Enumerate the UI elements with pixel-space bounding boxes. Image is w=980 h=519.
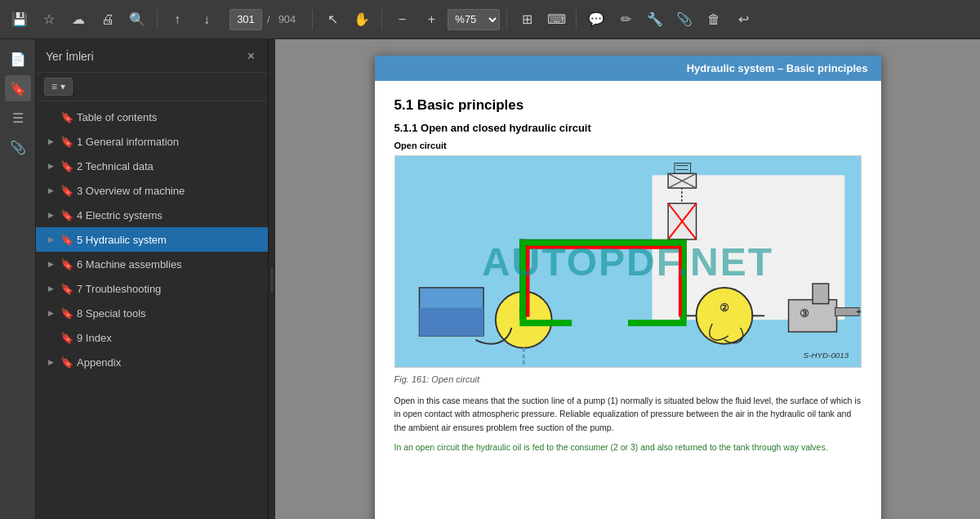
- pdf-paragraph-2: In an open circuit the hydraulic oil is …: [394, 441, 862, 454]
- bookmark-label-7: 7 Troubleshooting: [77, 283, 261, 295]
- zoom-out-button[interactable]: −: [389, 7, 415, 33]
- hydraulic-diagram: ① ②: [394, 155, 862, 368]
- sep2: [312, 10, 313, 29]
- bookmark-label-6: 6 Machine assemblies: [77, 258, 261, 271]
- print-button[interactable]: 🖨: [95, 7, 121, 33]
- sep4: [506, 10, 507, 29]
- pdf-page: Hydraulic system – Basic principles 5.1 …: [375, 56, 881, 519]
- page-down-button[interactable]: ↓: [194, 7, 220, 33]
- page-up-button[interactable]: ↑: [164, 7, 190, 33]
- sidebar-items-list: 🔖 Table of contents ▶ 🔖 1 General inform…: [36, 101, 268, 519]
- bookmark-icon-toc: 🔖: [60, 110, 74, 123]
- sidebar-header: Yer İmleri ×: [36, 39, 268, 73]
- attach-button[interactable]: 📎: [671, 7, 697, 33]
- bookmark-2[interactable]: ▶ 🔖 2 Technical data: [36, 154, 268, 178]
- expand-arrow-2: ▶: [44, 159, 57, 172]
- sidebar-toolbar: ≡ ▾: [36, 73, 268, 101]
- sidebar-close-button[interactable]: ×: [244, 47, 258, 65]
- sidebar-sort-button[interactable]: ≡ ▾: [44, 78, 73, 96]
- svg-rect-19: [519, 239, 526, 320]
- svg-rect-3: [419, 308, 483, 336]
- nav-panel-button[interactable]: 📄: [5, 46, 31, 72]
- pdf-viewer-area[interactable]: Hydraulic system – Basic principles 5.1 …: [275, 39, 980, 519]
- svg-rect-23: [628, 320, 687, 326]
- sep1: [157, 10, 158, 29]
- zoom-select[interactable]: %75 %100 %125 %150: [448, 9, 500, 30]
- svg-rect-9: [813, 284, 829, 304]
- pdf-paragraph-1: Open in this case means that the suction…: [394, 394, 862, 434]
- main-toolbar: 💾 ☆ ☁ 🖨 🔍 ↑ ↓ 301 / 904 ↖ ✋ − + %75 %100…: [0, 0, 980, 39]
- save-button[interactable]: 💾: [7, 7, 33, 33]
- fit-button[interactable]: ⊞: [514, 7, 540, 33]
- layers-panel-button[interactable]: ☰: [5, 105, 31, 131]
- attachment-panel-button[interactable]: 📎: [5, 134, 31, 160]
- bookmark-label-5: 5 Hydraulic system: [77, 234, 261, 246]
- bookmark-9[interactable]: 🔖 9 Index: [36, 325, 268, 350]
- svg-rect-26: [678, 246, 681, 316]
- fig-caption: Fig. 161: Open circuit: [394, 374, 862, 384]
- pdf-page-header: Hydraulic system – Basic principles: [375, 56, 881, 81]
- svg-rect-22: [519, 320, 572, 326]
- expand-arrow-1: ▶: [44, 135, 57, 148]
- bookmark-3[interactable]: ▶ 🔖 3 Overview of machine: [36, 178, 268, 203]
- tools-button[interactable]: 🔧: [642, 7, 668, 33]
- bookmark-8[interactable]: ▶ 🔖 8 Special tools: [36, 301, 268, 325]
- comment-button[interactable]: 💬: [583, 7, 609, 33]
- bookmark-6[interactable]: ▶ 🔖 6 Machine assemblies: [36, 252, 268, 276]
- zoom-in-button[interactable]: +: [418, 7, 444, 33]
- pdf-page-body: 5.1 Basic principles 5.1.1 Open and clos…: [375, 81, 881, 470]
- page-total: 904: [278, 13, 296, 25]
- svg-text:②: ②: [719, 302, 728, 314]
- cloud-button[interactable]: ☁: [65, 7, 91, 33]
- undo-button[interactable]: ↩: [730, 7, 756, 33]
- expand-arrow-7: ▶: [44, 282, 57, 295]
- search-button[interactable]: 🔍: [124, 7, 150, 33]
- svg-rect-10: [835, 308, 858, 316]
- svg-text:S-HYD-0013: S-HYD-0013: [803, 351, 849, 360]
- bookmark-icon-4: 🔖: [60, 208, 74, 221]
- main-area: 📄 🔖 ☰ 📎 Yer İmleri × ≡ ▾ 🔖 Table of cont…: [0, 39, 980, 519]
- expand-arrow-6: ▶: [44, 257, 57, 271]
- expand-placeholder-9: [44, 331, 57, 344]
- star-button[interactable]: ☆: [36, 7, 62, 33]
- bookmark-label-9: 9 Index: [77, 332, 261, 344]
- bookmark-label-1: 1 General information: [77, 136, 261, 148]
- sidebar-resize-handle[interactable]: [269, 39, 275, 519]
- bookmark-label-4: 4 Electric systems: [77, 209, 261, 221]
- expand-arrow-app: ▶: [44, 356, 57, 369]
- bookmark-icon-7: 🔖: [60, 282, 74, 295]
- bookmark-label-app: Appendix: [77, 356, 261, 369]
- cursor-tool-button[interactable]: ↖: [319, 7, 345, 33]
- expand-arrow-8: ▶: [44, 306, 57, 320]
- delete-button[interactable]: 🗑: [701, 7, 727, 33]
- page-nav: 301 / 904: [229, 9, 299, 30]
- svg-rect-25: [526, 246, 679, 249]
- bookmarks-sidebar: Yer İmleri × ≡ ▾ 🔖 Table of contents ▶ 🔖…: [36, 39, 269, 519]
- svg-point-6: [696, 288, 752, 344]
- sep5: [576, 10, 577, 29]
- page-input[interactable]: 301: [229, 9, 262, 30]
- draw-button[interactable]: ✏: [612, 7, 639, 33]
- bookmark-4[interactable]: ▶ 🔖 4 Electric systems: [36, 203, 268, 227]
- bookmark-app[interactable]: ▶ 🔖 Appendix: [36, 350, 268, 374]
- bookmark-7[interactable]: ▶ 🔖 7 Troubleshooting: [36, 276, 268, 301]
- bookmark-icon-8: 🔖: [60, 306, 74, 320]
- bookmark-1[interactable]: ▶ 🔖 1 General information: [36, 129, 268, 154]
- svg-rect-24: [526, 246, 529, 316]
- bookmark-5[interactable]: ▶ 🔖 5 Hydraulic system: [36, 227, 268, 252]
- svg-rect-20: [519, 239, 684, 246]
- left-icon-bar: 📄 🔖 ☰ 📎: [0, 39, 36, 519]
- svg-rect-8: [788, 300, 836, 332]
- bookmark-icon-1: 🔖: [60, 135, 74, 148]
- hand-tool-button[interactable]: ✋: [349, 7, 375, 33]
- bookmark-icon-9: 🔖: [60, 331, 74, 344]
- bookmark-toc[interactable]: 🔖 Table of contents: [36, 105, 268, 129]
- bookmark-label-toc: Table of contents: [77, 111, 261, 123]
- bookmark-icon-2: 🔖: [60, 159, 74, 172]
- bookmarks-panel-button[interactable]: 🔖: [5, 75, 31, 101]
- bookmark-icon-3: 🔖: [60, 184, 74, 197]
- page-separator: /: [267, 13, 270, 25]
- bookmark-label-3: 3 Overview of machine: [77, 185, 261, 197]
- keyboard-button[interactable]: ⌨: [543, 7, 569, 33]
- bookmark-label-2: 2 Technical data: [77, 160, 261, 172]
